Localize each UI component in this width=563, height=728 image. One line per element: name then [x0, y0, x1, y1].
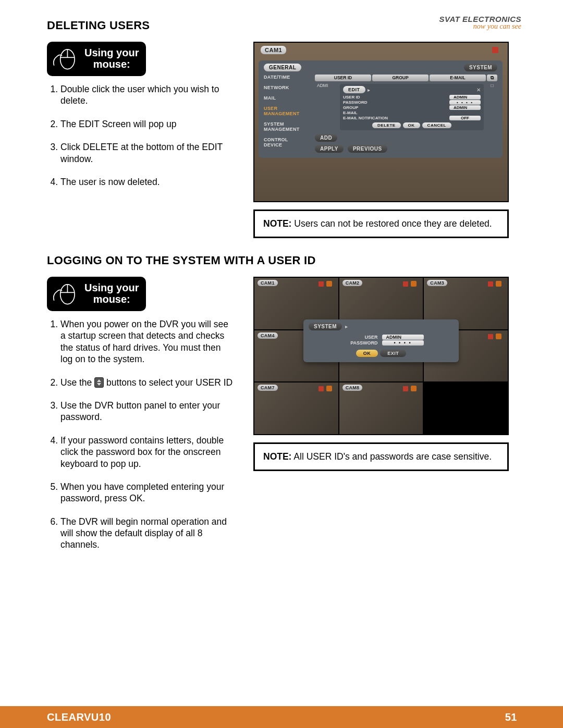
login-ok-button[interactable]: OK: [356, 350, 378, 357]
cam-label: CAM1: [261, 46, 286, 54]
delete-button[interactable]: DELETE: [372, 122, 401, 128]
dvr-settings-panel: GENERAL SYSTEM DATE/TIME NETWORK MAIL US…: [259, 60, 503, 158]
page-footer: CLEARVU10 51: [0, 706, 563, 728]
mouse-callout-text: Using your mouse:: [84, 282, 139, 305]
cell-user: ADMI: [315, 82, 337, 131]
login-exit-button[interactable]: EXIT: [380, 350, 406, 357]
record-icon: [319, 281, 324, 287]
camera-icon: [326, 281, 332, 287]
step-item: Use the buttons to select your USER ID: [60, 377, 235, 388]
sidebar-item-user-management[interactable]: USER MANAGEMENT: [264, 106, 311, 116]
logging-on-heading: LOGGING ON TO THE SYSTEM WITH A USER ID: [47, 254, 524, 267]
col-email: E-MAIL: [430, 75, 486, 81]
step-item: Use the DVR button panel to enter your p…: [60, 400, 235, 423]
col-user-id: USER ID: [315, 75, 371, 81]
record-indicator: [492, 47, 498, 53]
apply-button[interactable]: APPLY: [315, 145, 344, 153]
arrow-right-icon: ▸: [345, 324, 348, 329]
mouse-callout: Using your mouse:: [47, 42, 146, 76]
cancel-button[interactable]: CANCEL: [422, 122, 451, 128]
step-item: When you power on the DVR you will see a…: [60, 318, 235, 365]
settings-sidebar: DATE/TIME NETWORK MAIL USER MANAGEMENT S…: [264, 75, 311, 153]
user-id-field[interactable]: ADMIN: [449, 95, 481, 100]
step-item: The DVR will begin normal operation and …: [60, 516, 235, 551]
sidebar-item-datetime[interactable]: DATE/TIME: [264, 75, 311, 80]
general-tab[interactable]: GENERAL: [264, 64, 301, 71]
sidebar-item-network[interactable]: NETWORK: [264, 85, 311, 90]
sidebar-item-mail[interactable]: MAIL: [264, 95, 311, 101]
login-password-field[interactable]: • • • •: [382, 340, 424, 346]
system-tab[interactable]: SYSTEM: [464, 64, 497, 71]
step-item: The EDIT Screen will pop up: [60, 118, 235, 130]
step-item: The user is now deleted.: [60, 176, 235, 188]
edit-label: EDIT: [343, 86, 365, 93]
sidebar-item-control-device[interactable]: CONTROL DEVICE: [264, 137, 311, 147]
sidebar-item-system-management[interactable]: SYSTEM MANAGEMENT: [264, 121, 311, 132]
edit-popup: EDIT ▸ ✕ USER IDADMIN PASSWORD• • • • GR…: [340, 84, 484, 130]
password-field[interactable]: • • • •: [449, 100, 481, 105]
group-field[interactable]: ADMIN: [449, 105, 481, 110]
ok-button[interactable]: OK: [403, 122, 420, 128]
system-label: SYSTEM: [309, 323, 342, 330]
close-icon[interactable]: ✕: [476, 87, 481, 93]
footer-page-number: 51: [505, 711, 517, 723]
email-notification-field[interactable]: OFF: [449, 116, 481, 120]
dvr-edit-screenshot: CAM1 GENERAL SYSTEM DATE/TIME NETWORK MA…: [253, 42, 509, 202]
footer-model: CLEARVU10: [47, 711, 111, 723]
col-group: GROUP: [372, 75, 429, 81]
mouse-icon: [52, 281, 79, 306]
mouse-callout-text: Using your mouse:: [84, 47, 139, 70]
dvr-login-screenshot: CAM1 CAM2 CAM3 CAM4 CAM7 CAM8 SYSTEM ▸ U…: [253, 277, 509, 435]
step-item: Click DELETE at the bottom of the EDIT w…: [60, 141, 235, 165]
add-button[interactable]: ADD: [315, 134, 337, 142]
mouse-callout: Using your mouse:: [47, 277, 146, 311]
mouse-icon: [52, 46, 79, 71]
note-case-sensitive: NOTE: All USER ID's and passwords are ca…: [253, 442, 509, 471]
brand-tagline: now you can see: [439, 22, 521, 31]
login-popup: SYSTEM ▸ USERADMIN PASSWORD• • • • OK EX…: [303, 319, 459, 362]
login-user-field[interactable]: ADMIN: [382, 335, 424, 340]
previous-button[interactable]: PREVIOUS: [348, 145, 387, 153]
step-item: When you have completed entering your pa…: [60, 481, 235, 504]
note-delete-warning: NOTE: Users can not be restored once the…: [253, 209, 509, 238]
updown-stepper-icon: [94, 377, 104, 388]
col-action-icon: ⧉: [487, 75, 497, 81]
step-item: If your password contains letters, doubl…: [60, 435, 235, 470]
step-item: Double click the user which you wish to …: [60, 83, 235, 107]
logging-on-steps: When you power on the DVR you will see a…: [47, 318, 235, 551]
brand-header: SVAT ELECTRONICS now you can see: [439, 15, 521, 31]
arrow-right-icon: ▸: [368, 87, 370, 93]
deleting-users-steps: Double click the user which you wish to …: [47, 83, 235, 188]
